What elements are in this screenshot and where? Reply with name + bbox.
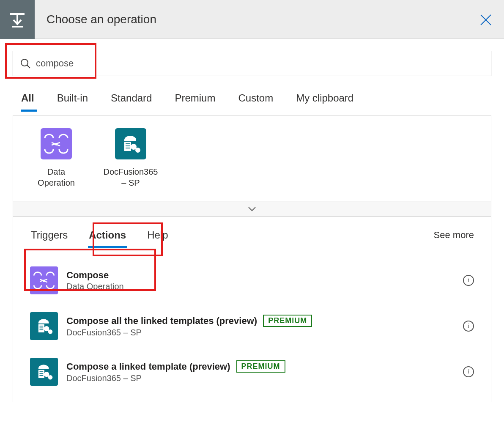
tab-premium[interactable]: Premium xyxy=(175,92,215,110)
close-icon xyxy=(479,14,492,26)
connector-docfusion365-sp[interactable]: DocFusion365 – SP xyxy=(105,128,156,188)
tab-triggers[interactable]: Triggers xyxy=(30,227,68,244)
search-icon xyxy=(20,58,31,69)
action-title: Compose a linked template (preview) xyxy=(66,361,230,372)
action-title: Compose all the linked templates (previe… xyxy=(66,316,257,326)
action-subtitle: DocFusion365 – SP xyxy=(66,328,312,337)
tab-built-in[interactable]: Built-in xyxy=(57,92,88,110)
action-subtitle: DocFusion365 – SP xyxy=(66,373,285,383)
data-operation-icon xyxy=(41,128,72,159)
info-button[interactable]: i xyxy=(463,275,474,286)
tab-all[interactable]: All xyxy=(21,92,34,110)
svg-line-14 xyxy=(27,65,30,68)
premium-badge: PREMIUM xyxy=(263,315,312,327)
tab-actions[interactable]: Actions xyxy=(88,227,127,244)
connectors-panel: Data Operation DocFusion365 – SP xyxy=(13,115,491,217)
dialog-title: Choose an operation xyxy=(47,13,156,26)
close-button[interactable] xyxy=(479,14,492,26)
tab-standard[interactable]: Standard xyxy=(111,92,152,110)
tab-custom[interactable]: Custom xyxy=(238,92,273,110)
docfusion-icon xyxy=(30,312,58,340)
step-type-icon xyxy=(0,0,35,39)
search-input[interactable] xyxy=(35,58,484,69)
expand-connectors-button[interactable] xyxy=(13,201,491,216)
data-operation-icon xyxy=(30,266,58,294)
docfusion-icon xyxy=(30,358,58,386)
svg-point-13 xyxy=(21,59,28,66)
tab-my-clipboard[interactable]: My clipboard xyxy=(296,92,353,110)
action-compose-all-linked-templates[interactable]: Compose all the linked templates (previe… xyxy=(13,306,491,346)
info-button[interactable]: i xyxy=(463,321,474,332)
connector-label: DocFusion365 – SP xyxy=(104,166,158,188)
info-button[interactable]: i xyxy=(463,366,474,377)
action-subtitle: Data Operation xyxy=(66,282,124,291)
connector-data-operation[interactable]: Data Operation xyxy=(31,128,82,188)
connector-filter-tabs: All Built-in Standard Premium Custom My … xyxy=(21,92,504,110)
action-compose-linked-template[interactable]: Compose a linked template (preview) PREM… xyxy=(13,352,491,392)
dialog-header: Choose an operation xyxy=(0,0,504,39)
operation-list-panel: Triggers Actions Help See more Compose D… xyxy=(13,217,491,402)
see-more-link[interactable]: See more xyxy=(434,230,474,241)
docfusion-icon xyxy=(115,128,146,159)
premium-badge: PREMIUM xyxy=(236,360,285,373)
connector-label: Data Operation xyxy=(31,166,82,188)
search-box[interactable] xyxy=(13,51,491,76)
chevron-down-icon xyxy=(248,206,256,211)
action-compose[interactable]: Compose Data Operation i xyxy=(13,261,491,300)
tab-help[interactable]: Help xyxy=(146,227,169,244)
action-title: Compose xyxy=(66,270,109,281)
